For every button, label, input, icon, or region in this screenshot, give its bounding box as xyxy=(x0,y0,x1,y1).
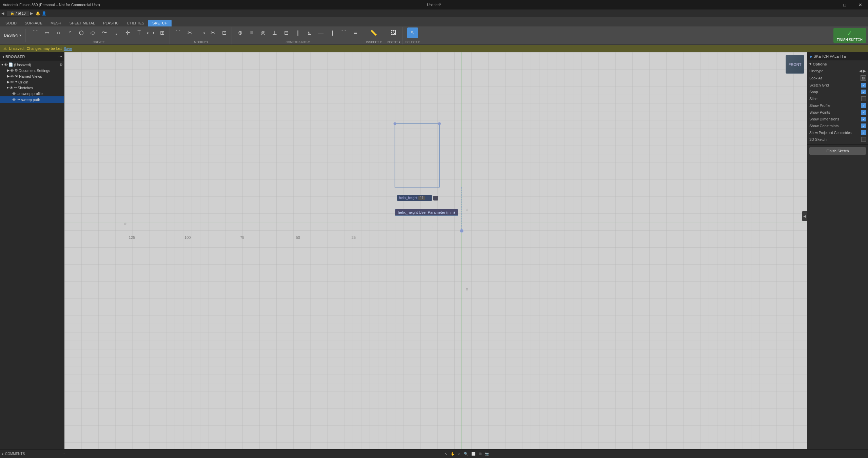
sketch-grid-checkbox[interactable]: ✓ xyxy=(861,83,866,88)
point-tool[interactable]: ✛ xyxy=(122,27,133,38)
grid-icon[interactable]: ⊞ xyxy=(479,452,481,456)
linetype-control[interactable]: ◀ ▶ xyxy=(859,69,866,73)
tree-item-doc-settings[interactable]: ▶ 👁 ⚙ Document Settings xyxy=(0,68,64,73)
zoom-icon[interactable]: 🔍 xyxy=(464,452,468,456)
settings-icon[interactable]: ⚙ xyxy=(60,63,63,66)
tab-mesh[interactable]: MESH xyxy=(46,20,65,26)
slice-checkbox[interactable] xyxy=(861,96,866,101)
tab-nav-right[interactable]: ▶ xyxy=(30,11,33,16)
tree-item-sketches[interactable]: ▾ 👁 ✏ Sketches xyxy=(0,85,64,91)
save-link[interactable]: Save xyxy=(64,46,72,51)
linetype-right[interactable]: ▶ xyxy=(863,69,866,73)
polygon-tool[interactable]: ⬡ xyxy=(76,27,87,38)
sketch-point-bottom xyxy=(460,229,463,233)
circle-tool[interactable]: ○ xyxy=(53,27,64,38)
look-at-button[interactable]: ⊡ xyxy=(861,75,866,81)
midpoint-tool[interactable]: ⊥ xyxy=(269,27,280,38)
cursor-tool-icon[interactable]: ↖ xyxy=(445,452,447,456)
show-points-checkbox[interactable]: ✓ xyxy=(861,110,866,115)
vertical-tool[interactable]: | xyxy=(327,27,338,38)
design-dropdown[interactable]: DESIGN ▾ xyxy=(2,33,23,38)
3d-sketch-checkbox[interactable] xyxy=(861,137,866,142)
dim-side-handle[interactable] xyxy=(433,196,438,201)
camera-icon[interactable]: 📷 xyxy=(485,452,489,456)
tab-surface[interactable]: SURFACE xyxy=(21,20,46,26)
equal-tool[interactable]: = xyxy=(350,27,361,38)
parallel-tool[interactable]: ∥ xyxy=(292,27,303,38)
collinear-tool[interactable]: ≡ xyxy=(246,27,257,38)
extend-tool[interactable]: ⟶ xyxy=(196,27,206,38)
display-mode-icon[interactable]: ⬜ xyxy=(471,452,475,456)
panel-collapse-arrow[interactable]: ◀ xyxy=(802,211,807,221)
tree-item-sweep-path[interactable]: 👁 〜 sweep path xyxy=(0,96,64,103)
tab-sheet-metal[interactable]: SHEET METAL xyxy=(65,20,99,26)
maximize-button[interactable]: □ xyxy=(837,0,852,9)
lock-icon: 🔒 xyxy=(10,12,14,15)
tab-utilities[interactable]: UTILITIES xyxy=(123,20,148,26)
axis-label-4: -50 xyxy=(295,235,300,240)
expand-icon[interactable]: ◂ xyxy=(2,55,4,59)
finish-sketch-button[interactable]: ✓ FINISH SKETCH xyxy=(833,28,866,43)
tree-item-sweep-profile[interactable]: 👁 ▭ sweep profile xyxy=(0,91,64,96)
dim-value[interactable]: 11 xyxy=(418,196,425,200)
show-constraints-checkbox[interactable]: ✓ xyxy=(861,123,866,128)
project-tool[interactable]: ⊞ xyxy=(157,27,167,38)
finish-sketch-panel-btn[interactable]: Finish Sketch xyxy=(809,147,866,155)
tree-item-unsaved[interactable]: ▾ 👁 📄 (Unsaved) ⚙ xyxy=(0,62,64,68)
tab-plastic[interactable]: PLASTIC xyxy=(99,20,123,26)
tab-nav-left[interactable]: ◀ xyxy=(1,11,4,16)
tree-item-origin[interactable]: ▶ 👁 ✦ Origin xyxy=(0,79,64,85)
dim-more-icon[interactable]: ⋯ xyxy=(427,196,430,200)
document-tab[interactable]: 🔒 7 of 10 xyxy=(7,11,29,16)
view-cube[interactable]: FRONT xyxy=(786,55,804,74)
dimension-tool[interactable]: ⟷ xyxy=(145,27,156,38)
offset-tool[interactable]: ⊡ xyxy=(219,27,230,38)
insert-image-tool[interactable]: 🖼 xyxy=(388,27,399,38)
text-tool[interactable]: T xyxy=(134,27,144,38)
measure-tool[interactable]: 📏 xyxy=(368,27,379,38)
minimize-button[interactable]: − xyxy=(821,0,837,9)
show-projected-checkbox[interactable]: ✓ xyxy=(861,130,866,135)
show-profile-checkbox[interactable]: ✓ xyxy=(861,103,866,108)
conic-tool[interactable]: ◞ xyxy=(111,27,121,38)
tree-item-label: Named Views xyxy=(19,74,42,78)
show-dimensions-label: Show Dimensions xyxy=(809,117,839,121)
constraints-label: CONSTRAINTS ▾ xyxy=(285,40,310,44)
eye-icon: 👁 xyxy=(10,74,14,78)
home-icon[interactable]: ⌂ xyxy=(458,452,460,456)
linetype-left[interactable]: ◀ xyxy=(859,69,862,73)
spline-tool[interactable]: 〜 xyxy=(99,27,110,38)
notification-icon[interactable]: 🔔 xyxy=(36,11,40,16)
concentric-tool[interactable]: ◎ xyxy=(258,27,269,38)
select-tool[interactable]: ↖ xyxy=(407,27,418,38)
tab-sketch[interactable]: SKETCH xyxy=(148,20,172,26)
fillet-tool[interactable]: ⌒ xyxy=(173,27,183,38)
tree-item-named-views[interactable]: ▶ 👁 👁 Named Views xyxy=(0,73,64,79)
line-tool[interactable]: ⌒ xyxy=(30,27,41,38)
inspect-items: 📏 xyxy=(368,27,379,38)
dimension-dropdown[interactable]: helix_height User Parameter (mm) xyxy=(395,209,458,216)
break-tool[interactable]: ✂ xyxy=(207,27,218,38)
trim-tool[interactable]: ✂ xyxy=(184,27,195,38)
rectangle-tool[interactable]: ▭ xyxy=(41,27,52,38)
close-button[interactable]: ✕ xyxy=(852,0,868,9)
comments-settings[interactable]: ⋯ xyxy=(61,452,65,456)
fix-tool[interactable]: ⊟ xyxy=(281,27,292,38)
hand-tool-icon[interactable]: ✋ xyxy=(451,452,455,456)
tangent-tool[interactable]: ⌒ xyxy=(338,27,349,38)
arc-tool[interactable]: ◜ xyxy=(64,27,75,38)
dimension-label[interactable]: helix_height 11 ⋯ xyxy=(397,195,432,201)
horizontal-tool[interactable]: — xyxy=(315,27,326,38)
show-profile-label: Show Profile xyxy=(809,103,830,108)
comments-expand[interactable]: ▸ xyxy=(2,452,4,456)
coincident-tool[interactable]: ⊕ xyxy=(235,27,245,38)
options-title[interactable]: ▾ Options xyxy=(809,62,866,66)
account-icon[interactable]: 👤 xyxy=(42,11,46,16)
ellipse-tool[interactable]: ⬭ xyxy=(87,27,98,38)
canvas[interactable]: -125 -100 -75 -50 -25 ⊕ ⊕ ⊕ helix_height… xyxy=(64,52,807,449)
browser-settings-icon[interactable]: ⋯ xyxy=(58,55,62,59)
tab-solid[interactable]: SOLID xyxy=(1,20,21,26)
snap-checkbox[interactable]: ✓ xyxy=(861,90,866,94)
perpendicular-tool[interactable]: ⊾ xyxy=(304,27,315,38)
show-dimensions-checkbox[interactable]: ✓ xyxy=(861,117,866,121)
